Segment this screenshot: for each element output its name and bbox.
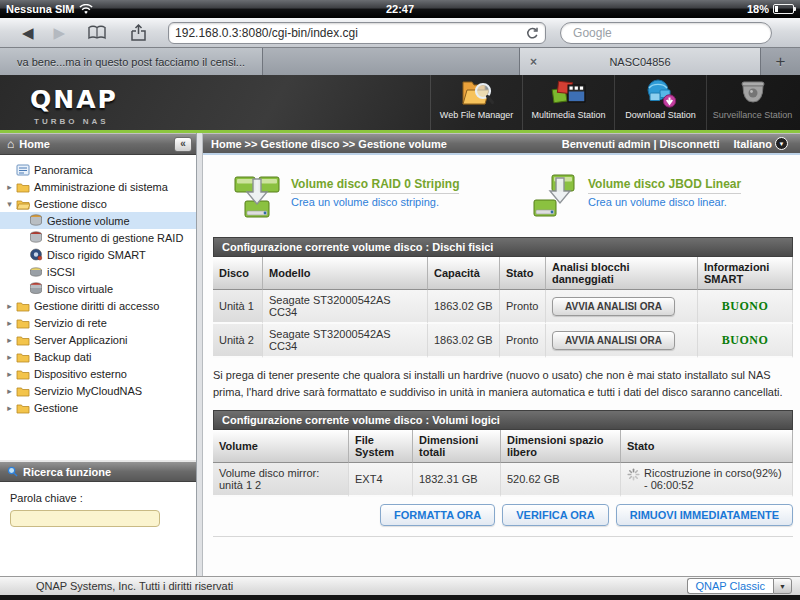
forward-button[interactable]: ▶ — [54, 25, 66, 40]
theme-name: QNAP Classic — [687, 578, 773, 594]
raid0-option: Volume disco RAID 0 Striping Crea un vol… — [233, 173, 508, 219]
physical-table-title: Configurazione corrente volume disco : D… — [213, 237, 793, 257]
scan-now-button[interactable]: AVVIA ANALISI ORA — [552, 331, 675, 350]
qnap-header: QNAP TURBO NAS Web File Manager — [0, 75, 800, 133]
station-web-file-manager[interactable]: Web File Manager — [430, 75, 522, 130]
tree-item-mycloudnas[interactable]: ▸ Servizio MyCloudNAS — [0, 382, 196, 399]
smart-status[interactable]: BUONO — [722, 299, 769, 313]
disk-row-2: Unità 2 Seagate ST32000542AS CC34 1863.0… — [213, 324, 793, 358]
search-input[interactable]: Google — [560, 22, 772, 44]
breadcrumb-bar: Home >> Gestione disco >> Gestione volum… — [203, 133, 800, 155]
tree-item-amministrazione[interactable]: ▸ Amministrazione di sistema — [0, 178, 196, 195]
tree-item-iscsi[interactable]: iSCSI — [0, 263, 196, 280]
logical-volumes-section: Configurazione corrente volume disco : V… — [213, 410, 792, 497]
tab-nas-active[interactable]: × NASC04856 — [520, 48, 761, 75]
keyword-input[interactable] — [10, 510, 160, 527]
bookmarks-icon[interactable] — [87, 25, 107, 40]
station-surveillance[interactable]: Surveillance Station — [706, 75, 798, 130]
overview-icon — [15, 164, 30, 176]
tree-item-dispositivo-esterno[interactable]: ▸ Dispositivo esterno — [0, 365, 196, 382]
home-icon: ⌂ — [7, 138, 14, 150]
tree-item-servizio-rete[interactable]: ▸ Servizio di rete — [0, 314, 196, 331]
tab-untitled[interactable] — [263, 48, 520, 75]
download-station-icon — [643, 78, 679, 109]
open-folder-icon — [15, 198, 30, 210]
station-download[interactable]: Download Station — [614, 75, 706, 130]
nav-tree: Panoramica ▸ Amministrazione di sistema … — [0, 155, 196, 416]
folder-icon — [15, 402, 30, 414]
folder-icon — [15, 317, 30, 329]
browser-toolbar: ◀ ▶ 192.168.0.3:8080/cgi-bin/index.cgi — [0, 18, 800, 48]
smart-status[interactable]: BUONO — [722, 333, 769, 347]
breadcrumb[interactable]: Home >> Gestione disco >> Gestione volum… — [211, 138, 447, 150]
welcome-logout-link[interactable]: Benvenuti admin | Disconnetti — [562, 138, 720, 150]
raid0-volume-icon — [233, 173, 281, 219]
tree-item-raid[interactable]: Strumento di gestione RAID — [0, 229, 196, 246]
logical-volumes-table: Volume File System Dimensioni totali Dim… — [213, 430, 793, 497]
close-tab-icon[interactable]: × — [530, 55, 537, 69]
back-button[interactable]: ◀ — [22, 25, 34, 40]
format-now-button[interactable]: FORMATTA ORA — [380, 504, 495, 526]
raid-icon — [28, 231, 43, 244]
share-icon[interactable] — [129, 24, 148, 42]
browser-tab-bar: va bene...ma in questo post facciamo il … — [0, 48, 800, 75]
tab-blog-post[interactable]: va bene...ma in questo post facciamo il … — [0, 48, 263, 75]
url-text: 192.168.0.3:8080/cgi-bin/index.cgi — [175, 26, 358, 40]
tree-item-diritti-accesso[interactable]: ▸ Gestione diritti di accesso — [0, 297, 196, 314]
web-file-manager-icon — [459, 78, 495, 109]
clock: 22:47 — [0, 3, 800, 15]
tree-item-smart[interactable]: Disco rigido SMART — [0, 246, 196, 263]
reload-icon[interactable] — [525, 26, 540, 44]
folder-icon — [15, 351, 30, 363]
folder-icon — [15, 300, 30, 312]
language-label: Italiano — [733, 138, 772, 150]
tree-item-disco-virtuale[interactable]: Disco virtuale — [0, 280, 196, 297]
tree-item-panoramica[interactable]: Panoramica — [0, 161, 196, 178]
volume-row: Volume disco mirror: unità 1 2 EXT4 1832… — [213, 463, 793, 497]
raid0-title: Volume disco RAID 0 Striping — [291, 177, 459, 194]
jbod-create-link[interactable]: Crea un volume disco linear. — [588, 196, 741, 208]
address-bar[interactable]: 192.168.0.3:8080/cgi-bin/index.cgi — [168, 22, 546, 44]
search-panel-title: Ricerca funzione — [23, 466, 111, 478]
volume-icon — [28, 214, 43, 227]
main-area: Home >> Gestione disco >> Gestione volum… — [203, 133, 800, 576]
footer-bar: QNAP Systems, Inc. Tutti i diritti riser… — [0, 576, 800, 595]
qnap-logo: QNAP — [30, 85, 118, 114]
raid0-create-link[interactable]: Crea un volume disco striping. — [291, 196, 459, 208]
tree-item-backup-dati[interactable]: ▸ Backup dati — [0, 348, 196, 365]
copyright-text: QNAP Systems, Inc. Tutti i diritti riser… — [36, 580, 233, 592]
smart-icon — [28, 248, 43, 261]
folder-icon — [15, 334, 30, 346]
search-magnifier-icon — [7, 466, 18, 477]
folder-icon — [15, 181, 30, 193]
ipad-screen: Nessuna SIM 22:47 18% ◀ ▶ — [0, 0, 800, 600]
folder-icon — [15, 368, 30, 380]
sidebar-title: Home — [19, 138, 50, 150]
language-selector[interactable]: Italiano ▼ — [733, 137, 788, 150]
volume-actions: FORMATTA ORA VERIFICA ORA RIMUOVI IMMEDI… — [213, 504, 793, 537]
check-now-button[interactable]: VERIFICA ORA — [502, 504, 608, 526]
install-warning-note: Si prega di tener presente che qualora s… — [213, 367, 791, 400]
tree-item-gestione-volume[interactable]: Gestione volume — [0, 212, 196, 229]
tree-item-gestione-disco[interactable]: ▾ Gestione disco — [0, 195, 196, 212]
tree-item-server-applicazioni[interactable]: ▸ Server Applicazioni — [0, 331, 196, 348]
new-tab-button[interactable]: + — [761, 48, 800, 75]
scan-now-button[interactable]: AVVIA ANALISI ORA — [552, 297, 675, 316]
rebuild-status-text: Ricostruzione in corso(92%) - 06:00:52 — [644, 467, 786, 491]
theme-dropdown-icon[interactable]: ▼ — [773, 578, 792, 594]
iscsi-icon — [28, 265, 43, 278]
virtual-disk-icon — [28, 282, 43, 295]
theme-selector[interactable]: QNAP Classic ▼ — [687, 578, 792, 594]
station-multimedia[interactable]: Multimedia Station — [522, 75, 614, 130]
tree-item-gestione[interactable]: ▸ Gestione — [0, 399, 196, 416]
jbod-title: Volume disco JBOD Linear — [588, 177, 741, 194]
battery-percent: 18% — [747, 3, 769, 15]
tree-expanded-icon: ▾ — [4, 199, 15, 209]
bottom-strip — [0, 595, 800, 600]
physical-disks-table: Disco Modello Capacità Stato Analisi blo… — [213, 257, 793, 358]
sidebar-header: ⌂ Home « — [0, 133, 196, 155]
ios-status-bar: Nessuna SIM 22:47 18% — [0, 0, 800, 18]
remove-now-button[interactable]: RIMUOVI IMMEDIATAMENTE — [616, 504, 793, 526]
sidebar-collapse-button[interactable]: « — [174, 137, 192, 152]
logical-table-title: Configurazione corrente volume disco : V… — [213, 410, 793, 430]
